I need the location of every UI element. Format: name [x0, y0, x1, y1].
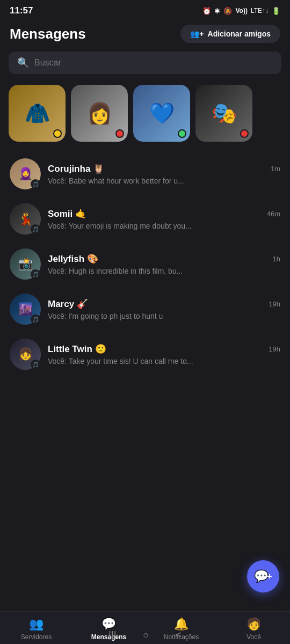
- chat-preview: Você: Take your time sis! U can call me …: [48, 357, 280, 365]
- chat-name-row: Marcy 🎸 19h: [48, 298, 280, 310]
- gesture-back-icon[interactable]: <: [176, 630, 182, 641]
- chat-item-jellyfish[interactable]: 📸 🎵 Jellyfish 🎨 1h Você: Hugh is incredi…: [0, 241, 290, 287]
- chat-avatar-wrap: 💃 🎵: [10, 203, 41, 235]
- search-icon: 🔍: [17, 57, 29, 69]
- avatar-audio-icon: 🎵: [31, 269, 40, 279]
- chat-time: 1h: [273, 255, 280, 263]
- alarm-icon: ⏰: [202, 7, 211, 15]
- fab-icon: 💬: [254, 569, 269, 583]
- search-bar[interactable]: 🔍: [9, 52, 281, 74]
- chat-name-row: Jellyfish 🎨 1h: [48, 253, 280, 265]
- chat-name-row: Corujinha 🦉 1m: [48, 163, 280, 174]
- chat-preview: Você: Hugh is incredible in this film, b…: [48, 267, 280, 275]
- status-time: 11:57: [10, 5, 33, 16]
- chat-item-littletwin[interactable]: 👧 🎵 Little Twin 🙂 19h Você: Take your ti…: [0, 332, 290, 377]
- mute-icon: 🔕: [223, 7, 232, 15]
- chat-avatar-wrap: 🧕 🎵: [10, 158, 41, 189]
- chat-name: Corujinha 🦉: [48, 163, 104, 174]
- chat-time: 1m: [271, 165, 280, 173]
- avatar-audio-icon: 🎵: [31, 314, 40, 324]
- chat-info: Corujinha 🦉 1m Você: Babe what hour work…: [48, 163, 280, 185]
- chat-avatar-wrap: 📸 🎵: [10, 248, 41, 280]
- chat-name-row: Little Twin 🙂 19h: [48, 343, 280, 355]
- story-status-dot: [115, 129, 124, 138]
- chat-name: Somii 🤙: [48, 208, 86, 219]
- story-item[interactable]: 💙: [133, 85, 190, 142]
- fab-plus-icon: +: [267, 572, 272, 581]
- chat-info: Marcy 🎸 19h Você: I'm going to ph just t…: [48, 298, 280, 320]
- network-icon: LTE↑↓: [251, 7, 269, 14]
- story-status-dot: [178, 129, 186, 138]
- story-item[interactable]: 👩: [71, 85, 128, 142]
- header: Mensagens 👥+ Adicionar amigos: [0, 19, 290, 49]
- chat-preview: Você: Babe what hour work better for u..…: [48, 177, 280, 185]
- story-status-dot: [240, 129, 249, 138]
- chat-item-corujinha[interactable]: 🧕 🎵 Corujinha 🦉 1m Você: Babe what hour …: [0, 151, 290, 196]
- avatar-audio-icon: 🎵: [31, 179, 40, 189]
- chat-time: 19h: [269, 345, 280, 353]
- story-item[interactable]: 🧥: [9, 85, 66, 142]
- avatar-audio-icon: 🎵: [31, 224, 40, 234]
- bluetooth-icon: ✱: [214, 7, 220, 15]
- chat-name: Marcy 🎸: [48, 298, 88, 310]
- story-status-dot: [53, 129, 62, 138]
- search-input[interactable]: [34, 58, 273, 68]
- add-friends-icon: 👥+: [190, 30, 204, 38]
- gesture-home-icon[interactable]: ○: [143, 630, 149, 641]
- chat-time: 19h: [269, 300, 280, 308]
- story-item[interactable]: 🎭: [195, 85, 252, 142]
- gesture-menu-icon[interactable]: |||: [108, 630, 116, 641]
- chat-preview: Você: I'm going to ph just to hunt u: [48, 312, 280, 320]
- chat-item-marcy[interactable]: 🌆 🎵 Marcy 🎸 19h Você: I'm going to ph ju…: [0, 287, 290, 332]
- chat-name: Little Twin 🙂: [48, 343, 106, 355]
- status-bar: 11:57 ⏰ ✱ 🔕 Vo)) LTE↑↓ 🔋: [0, 0, 290, 19]
- status-icons: ⏰ ✱ 🔕 Vo)) LTE↑↓ 🔋: [202, 7, 280, 15]
- add-friends-button[interactable]: 👥+ Adicionar amigos: [180, 25, 280, 43]
- chat-info: Little Twin 🙂 19h Você: Take your time s…: [48, 343, 280, 365]
- gesture-bar: ||| ○ <: [0, 625, 290, 643]
- chat-name: Jellyfish 🎨: [48, 253, 98, 265]
- battery-icon: 🔋: [272, 7, 280, 15]
- stories-row: 🧥 👩 💙 🎭: [0, 82, 290, 151]
- chat-time: 46m: [267, 210, 280, 218]
- chat-name-row: Somii 🤙 46m: [48, 208, 280, 219]
- signal-icon: Vo)): [235, 7, 247, 14]
- chat-list: 🧕 🎵 Corujinha 🦉 1m Você: Babe what hour …: [0, 151, 290, 377]
- new-message-fab[interactable]: 💬 +: [247, 560, 279, 592]
- chat-info: Jellyfish 🎨 1h Você: Hugh is incredible …: [48, 253, 280, 275]
- chat-avatar-wrap: 🌆 🎵: [10, 294, 41, 325]
- add-friends-label: Adicionar amigos: [208, 30, 271, 38]
- avatar-audio-icon: 🎵: [31, 360, 40, 369]
- chat-avatar-wrap: 👧 🎵: [10, 339, 41, 370]
- chat-info: Somii 🤙 46m Você: Your emoji is making m…: [48, 208, 280, 230]
- page-title: Mensagens: [10, 26, 86, 42]
- chat-preview: Você: Your emoji is making me doubt you.…: [48, 222, 280, 230]
- chat-item-somii[interactable]: 💃 🎵 Somii 🤙 46m Você: Your emoji is maki…: [0, 196, 290, 241]
